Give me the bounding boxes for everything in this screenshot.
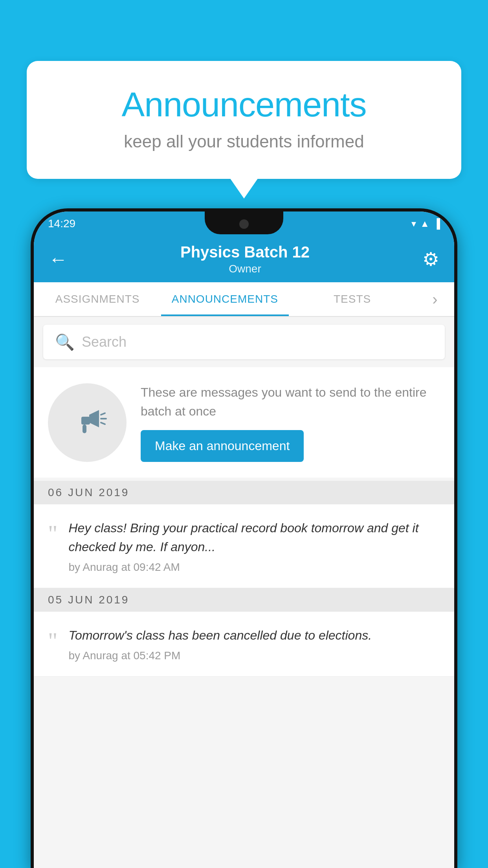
wifi-icon: ▾ <box>411 218 416 229</box>
quote-icon-2: " <box>48 629 58 653</box>
notch <box>205 211 283 234</box>
tab-bar: ASSIGNMENTS ANNOUNCEMENTS TESTS › <box>34 282 454 317</box>
search-icon: 🔍 <box>55 333 75 351</box>
prompt-right: These are messages you want to send to t… <box>141 383 440 462</box>
bubble-title: Announcements <box>58 85 430 125</box>
megaphone-icon <box>68 403 107 442</box>
app-header: ← Physics Batch 12 Owner ⚙ <box>34 236 454 282</box>
back-button[interactable]: ← <box>49 248 68 270</box>
svg-line-4 <box>101 423 105 424</box>
header-center: Physics Batch 12 Owner <box>180 243 310 275</box>
megaphone-circle <box>48 383 127 462</box>
batch-title: Physics Batch 12 <box>180 243 310 261</box>
signal-icon: ▲ <box>420 218 429 229</box>
announcement-content-1: Hey class! Bring your practical record b… <box>69 519 440 574</box>
announcement-item-1[interactable]: " Hey class! Bring your practical record… <box>34 504 454 588</box>
bubble-subtitle: keep all your students informed <box>58 132 430 151</box>
speech-bubble: Announcements keep all your students inf… <box>27 61 461 179</box>
search-placeholder: Search <box>82 334 127 350</box>
content-area: 🔍 Search <box>34 317 454 868</box>
svg-rect-5 <box>83 425 86 433</box>
date-separator-1: 06 JUN 2019 <box>34 481 454 504</box>
batch-subtitle: Owner <box>180 263 310 275</box>
status-time: 14:29 <box>48 217 75 230</box>
date-separator-2: 05 JUN 2019 <box>34 588 454 612</box>
camera-notch <box>239 219 249 229</box>
tab-tests[interactable]: TESTS <box>289 282 416 316</box>
speech-bubble-tail <box>230 178 258 199</box>
announcement-meta-2: by Anurag at 05:42 PM <box>69 649 440 662</box>
announcement-text-1: Hey class! Bring your practical record b… <box>69 519 440 556</box>
svg-line-2 <box>101 413 105 415</box>
announcement-text-2: Tomorrow's class has been cancelled due … <box>69 626 440 645</box>
settings-icon[interactable]: ⚙ <box>422 248 439 270</box>
phone-mockup: 14:29 ▾ ▲ ▐ ← Physics Batch 12 Owner ⚙ A… <box>31 208 457 868</box>
tab-assignments[interactable]: ASSIGNMENTS <box>34 282 161 316</box>
svg-marker-0 <box>89 410 99 427</box>
quote-icon-1: " <box>48 522 58 545</box>
announcement-prompt: These are messages you want to send to t… <box>34 367 454 478</box>
announcement-meta-1: by Anurag at 09:42 AM <box>69 561 440 574</box>
search-bar[interactable]: 🔍 Search <box>43 325 445 359</box>
phone-screen: 14:29 ▾ ▲ ▐ ← Physics Batch 12 Owner ⚙ A… <box>34 211 454 868</box>
battery-icon: ▐ <box>433 218 440 229</box>
announcement-item-2[interactable]: " Tomorrow's class has been cancelled du… <box>34 612 454 677</box>
status-icons: ▾ ▲ ▐ <box>411 218 440 229</box>
speech-bubble-container: Announcements keep all your students inf… <box>27 61 461 199</box>
tab-announcements[interactable]: ANNOUNCEMENTS <box>161 282 288 316</box>
prompt-text: These are messages you want to send to t… <box>141 383 440 421</box>
tab-more[interactable]: › <box>416 282 454 316</box>
svg-rect-1 <box>81 417 90 425</box>
make-announcement-button[interactable]: Make an announcement <box>141 430 304 462</box>
announcement-content-2: Tomorrow's class has been cancelled due … <box>69 626 440 662</box>
